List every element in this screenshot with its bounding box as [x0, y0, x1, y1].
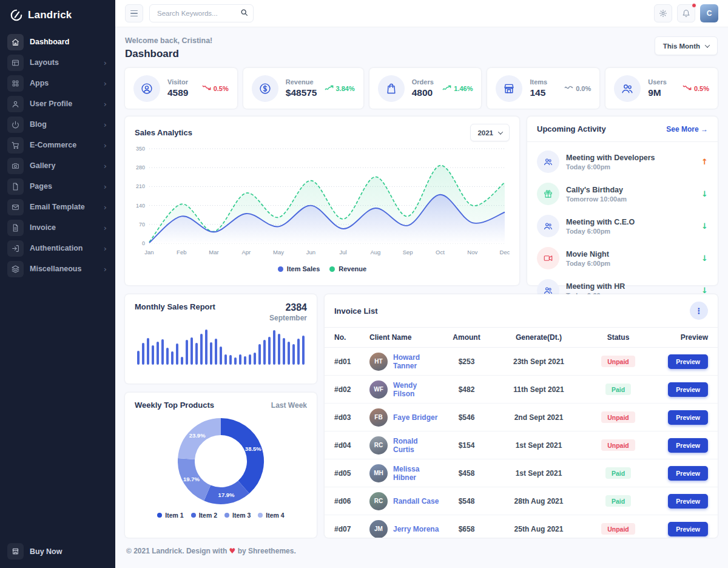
svg-text:17.9%: 17.9% [218, 492, 235, 498]
activity-item[interactable]: Movie NightToday 6:00pm↓ [537, 242, 708, 274]
sidebar-item-apps[interactable]: Apps› [0, 73, 115, 93]
trend-up-icon [325, 84, 334, 92]
gift-icon [544, 189, 553, 198]
invoice-amount: $154 [440, 441, 493, 450]
donut-legend-item[interactable]: Item 2 [191, 512, 217, 519]
sales-bar [215, 339, 217, 365]
chevron-right-icon: › [104, 161, 107, 171]
legend-item[interactable]: Revenue [329, 265, 366, 272]
invoice-date: 25th Aug 2021 [493, 525, 584, 533]
preview-button[interactable]: Preview [668, 466, 708, 481]
file-icon [12, 183, 19, 191]
activity-item[interactable]: Meeting with C.E.OToday 6:00pm↓ [537, 210, 708, 242]
client-name-link[interactable]: Jerry Morena [393, 525, 439, 533]
see-more-link[interactable]: See More → [666, 125, 708, 134]
sidebar-item-miscellaneous[interactable]: Miscellaneous› [0, 259, 115, 279]
monthly-sales-title: Monthly Sales Report [135, 302, 215, 311]
settings-button[interactable] [654, 4, 672, 22]
donut-legend-item[interactable]: Item 4 [258, 512, 284, 519]
invoice-list-title: Invoice List [334, 306, 378, 316]
buy-now-button[interactable]: Buy Now [0, 541, 115, 562]
notifications-button[interactable] [677, 4, 695, 22]
grid-icon [12, 79, 19, 87]
monthly-sales-card: Monthly Sales Report 2384 September [125, 294, 317, 384]
legend-item[interactable]: Item Sales [278, 265, 320, 272]
user-circle-icon [141, 83, 153, 95]
preview-button[interactable]: Preview [668, 522, 708, 536]
content: Welcome back, Cristina! Dashboard This M… [115, 27, 728, 568]
preview-button[interactable]: Preview [668, 494, 708, 509]
invoice-no: #d07 [334, 525, 369, 533]
client-name-link[interactable]: Faye Bridger [393, 413, 437, 422]
sales-bar [288, 342, 290, 365]
preview-button[interactable]: Preview [668, 354, 708, 369]
arrow-down-icon: ↓ [701, 221, 708, 231]
search-icon[interactable] [240, 8, 248, 16]
sidebar-item-authentication[interactable]: Authentication› [0, 238, 115, 259]
table-row: #d01HTHoward Tanner$25323th Sept 2021Unp… [325, 348, 718, 376]
stat-value: $48575 [286, 87, 317, 98]
donut-legend-item[interactable]: Item 3 [224, 512, 251, 519]
sidebar-item-blog[interactable]: Blog› [0, 114, 115, 135]
invoice-date: 28th Aug 2021 [493, 497, 584, 505]
sidebar-item-pages[interactable]: Pages› [0, 176, 115, 197]
client-name-link[interactable]: Wendy Filson [393, 381, 440, 398]
sidebar-item-label: User Profile [30, 100, 98, 108]
invoice-menu-button[interactable]: ⋮ [690, 302, 708, 320]
logo[interactable]: Landrick [0, 0, 115, 32]
users-icon [621, 83, 633, 95]
home-icon [12, 38, 19, 46]
preview-button[interactable]: Preview [668, 438, 708, 453]
sales-bar [249, 354, 251, 365]
users-icon [544, 286, 553, 295]
status-badge: Paid [605, 384, 631, 395]
sales-bar [147, 338, 149, 365]
sidebar-item-e-commerce[interactable]: E-Commerce› [0, 135, 115, 155]
products-donut-chart: 38.5%17.9%19.7%23.9% [125, 410, 317, 510]
activity-item[interactable]: Cally's BirthdayTomorrow 10:00am↓ [537, 178, 708, 210]
sidebar-item-email-template[interactable]: Email Template› [0, 197, 115, 217]
activity-item[interactable]: Meeting with DevelopersToday 6:00pm↑ [537, 146, 708, 178]
trend-flat-icon [564, 84, 573, 92]
table-row: #d05MHMelissa Hibner$4581st Sept 2021Pai… [325, 459, 718, 487]
client-avatar: MH [369, 464, 388, 482]
stat-card-revenue: Revenue$485753.84% [243, 68, 363, 109]
sidebar-item-gallery[interactable]: Gallery› [0, 155, 115, 176]
sidebar-item-invoice[interactable]: Invoice› [0, 217, 115, 238]
store-icon [503, 83, 515, 95]
sidebar-item-user-profile[interactable]: User Profile› [0, 93, 115, 114]
sidebar-item-label: Layouts [30, 58, 98, 67]
sidebar-item-layouts[interactable]: Layouts› [0, 52, 115, 73]
year-label: 2021 [477, 129, 493, 137]
client-name-link[interactable]: Howard Tanner [393, 353, 440, 370]
arrow-down-icon: ↓ [701, 189, 708, 198]
preview-button[interactable]: Preview [668, 382, 708, 397]
user-avatar[interactable]: C [700, 4, 718, 22]
menu-toggle-button[interactable] [125, 4, 143, 22]
activity-title: Meeting with Developers [566, 154, 695, 162]
period-select[interactable]: This Month [655, 36, 718, 55]
upcoming-activity-card: Upcoming Activity See More → Meeting wit… [527, 117, 718, 285]
client-name-link[interactable]: Melissa Hibner [393, 465, 440, 482]
invoice-amount: $548 [440, 497, 493, 505]
donut-legend-item[interactable]: Item 1 [157, 512, 183, 519]
client-avatar: RC [369, 492, 388, 510]
sales-bar [176, 343, 178, 365]
sales-bar [278, 334, 280, 365]
client-name-link[interactable]: Ronald Curtis [393, 437, 440, 454]
preview-button[interactable]: Preview [668, 410, 708, 425]
sales-bar [268, 337, 271, 365]
sales-bar [157, 342, 159, 365]
stat-label: Orders [412, 78, 436, 86]
client-name-link[interactable]: Randall Case [393, 497, 439, 505]
search-box [149, 4, 254, 22]
chevron-right-icon: › [104, 100, 107, 109]
svg-text:Dec: Dec [500, 249, 510, 255]
svg-text:Jan: Jan [144, 249, 153, 255]
status-badge: Paid [605, 467, 631, 479]
chevron-right-icon: › [104, 244, 107, 253]
sidebar-item-dashboard[interactable]: Dashboard [0, 32, 115, 52]
invoice-table-header: No.Client NameAmountGenerate(Dt.)StatusP… [325, 327, 718, 348]
search-input[interactable] [149, 4, 254, 22]
year-select[interactable]: 2021 [470, 124, 510, 141]
